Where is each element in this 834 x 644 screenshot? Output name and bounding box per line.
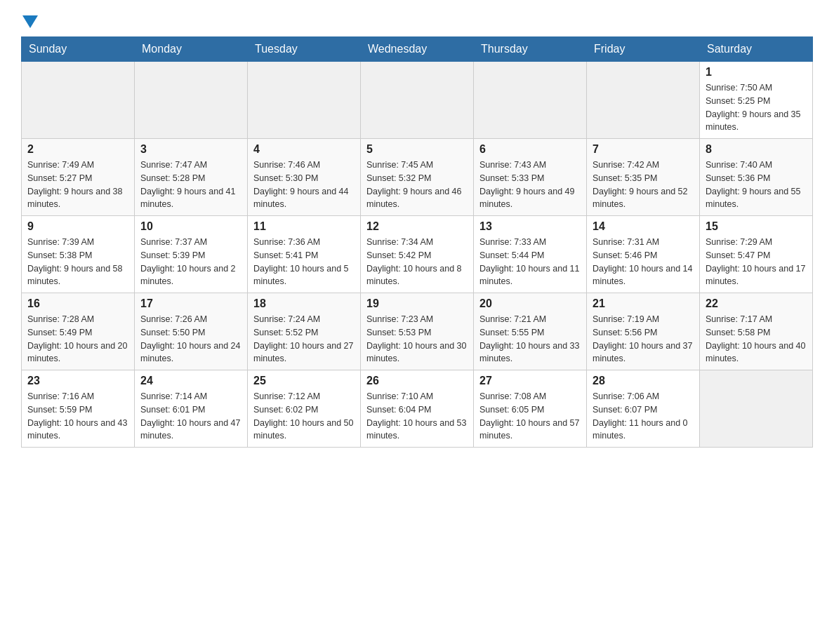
calendar-cell: 20Sunrise: 7:21 AMSunset: 5:55 PMDayligh… [474,293,587,370]
day-info: Sunrise: 7:10 AMSunset: 6:04 PMDaylight:… [366,390,468,443]
day-info: Sunrise: 7:16 AMSunset: 5:59 PMDaylight:… [27,390,128,443]
day-info: Sunrise: 7:23 AMSunset: 5:53 PMDaylight:… [366,313,468,365]
day-number: 25 [253,375,355,387]
day-info: Sunrise: 7:33 AMSunset: 5:44 PMDaylight:… [479,236,581,288]
calendar-cell: 2Sunrise: 7:49 AMSunset: 5:27 PMDaylight… [22,139,135,216]
day-number: 26 [366,375,468,387]
day-info: Sunrise: 7:19 AMSunset: 5:56 PMDaylight:… [593,313,694,365]
calendar-header-friday: Friday [587,37,700,62]
page-header [21,14,813,25]
day-info: Sunrise: 7:46 AMSunset: 5:30 PMDaylight:… [253,159,355,211]
calendar-cell: 28Sunrise: 7:06 AMSunset: 6:07 PMDayligh… [587,370,700,448]
logo [21,14,38,25]
calendar-header-tuesday: Tuesday [248,37,361,62]
day-info: Sunrise: 7:40 AMSunset: 5:36 PMDaylight:… [706,159,807,211]
calendar-cell: 26Sunrise: 7:10 AMSunset: 6:04 PMDayligh… [361,370,474,448]
day-number: 16 [27,297,128,310]
calendar-cell [135,62,248,139]
calendar-cell: 22Sunrise: 7:17 AMSunset: 5:58 PMDayligh… [700,293,813,370]
calendar-cell: 14Sunrise: 7:31 AMSunset: 5:46 PMDayligh… [587,216,700,293]
day-number: 9 [27,220,128,233]
calendar-header-wednesday: Wednesday [361,37,474,62]
calendar-cell: 27Sunrise: 7:08 AMSunset: 6:05 PMDayligh… [474,370,587,448]
calendar-cell: 25Sunrise: 7:12 AMSunset: 6:02 PMDayligh… [248,370,361,448]
calendar-cell: 15Sunrise: 7:29 AMSunset: 5:47 PMDayligh… [700,216,813,293]
calendar-week-row: 9Sunrise: 7:39 AMSunset: 5:38 PMDaylight… [22,216,813,293]
calendar-header-thursday: Thursday [474,37,587,62]
calendar-cell: 16Sunrise: 7:28 AMSunset: 5:49 PMDayligh… [22,293,135,370]
day-number: 24 [140,375,241,387]
calendar-cell: 8Sunrise: 7:40 AMSunset: 5:36 PMDaylight… [700,139,813,216]
calendar-cell: 17Sunrise: 7:26 AMSunset: 5:50 PMDayligh… [135,293,248,370]
day-info: Sunrise: 7:34 AMSunset: 5:42 PMDaylight:… [366,236,468,288]
day-number: 3 [140,143,241,156]
calendar-cell [22,62,135,139]
day-info: Sunrise: 7:47 AMSunset: 5:28 PMDaylight:… [140,159,241,211]
day-info: Sunrise: 7:29 AMSunset: 5:47 PMDaylight:… [706,236,807,288]
day-number: 2 [27,143,128,156]
calendar-cell [248,62,361,139]
day-info: Sunrise: 7:17 AMSunset: 5:58 PMDaylight:… [706,313,807,365]
day-number: 8 [706,143,807,156]
calendar-cell: 3Sunrise: 7:47 AMSunset: 5:28 PMDaylight… [135,139,248,216]
calendar-cell: 21Sunrise: 7:19 AMSunset: 5:56 PMDayligh… [587,293,700,370]
day-number: 19 [366,297,468,310]
calendar-cell: 18Sunrise: 7:24 AMSunset: 5:52 PMDayligh… [248,293,361,370]
calendar-header-monday: Monday [135,37,248,62]
calendar-cell [700,370,813,448]
day-info: Sunrise: 7:42 AMSunset: 5:35 PMDaylight:… [593,159,694,211]
calendar-header-row: SundayMondayTuesdayWednesdayThursdayFrid… [22,37,813,62]
day-info: Sunrise: 7:43 AMSunset: 5:33 PMDaylight:… [479,159,581,211]
day-info: Sunrise: 7:26 AMSunset: 5:50 PMDaylight:… [140,313,241,365]
day-number: 21 [593,297,694,310]
calendar-week-row: 1Sunrise: 7:50 AMSunset: 5:25 PMDaylight… [22,62,813,139]
day-number: 5 [366,143,468,156]
day-number: 10 [140,220,241,233]
day-info: Sunrise: 7:14 AMSunset: 6:01 PMDaylight:… [140,390,241,443]
day-info: Sunrise: 7:21 AMSunset: 5:55 PMDaylight:… [479,313,581,365]
day-number: 13 [479,220,581,233]
calendar-cell: 6Sunrise: 7:43 AMSunset: 5:33 PMDaylight… [474,139,587,216]
day-info: Sunrise: 7:37 AMSunset: 5:39 PMDaylight:… [140,236,241,288]
calendar-cell: 4Sunrise: 7:46 AMSunset: 5:30 PMDaylight… [248,139,361,216]
day-info: Sunrise: 7:31 AMSunset: 5:46 PMDaylight:… [593,236,694,288]
calendar-header-sunday: Sunday [22,37,135,62]
calendar-week-row: 16Sunrise: 7:28 AMSunset: 5:49 PMDayligh… [22,293,813,370]
day-number: 4 [253,143,355,156]
calendar-cell: 24Sunrise: 7:14 AMSunset: 6:01 PMDayligh… [135,370,248,448]
svg-marker-0 [22,15,38,28]
day-info: Sunrise: 7:06 AMSunset: 6:07 PMDaylight:… [593,390,694,443]
day-info: Sunrise: 7:39 AMSunset: 5:38 PMDaylight:… [27,236,128,288]
day-info: Sunrise: 7:36 AMSunset: 5:41 PMDaylight:… [253,236,355,288]
day-number: 17 [140,297,241,310]
day-number: 20 [479,297,581,310]
day-info: Sunrise: 7:24 AMSunset: 5:52 PMDaylight:… [253,313,355,365]
calendar-cell: 1Sunrise: 7:50 AMSunset: 5:25 PMDaylight… [700,62,813,139]
day-number: 23 [27,375,128,387]
calendar-cell: 5Sunrise: 7:45 AMSunset: 5:32 PMDaylight… [361,139,474,216]
day-info: Sunrise: 7:49 AMSunset: 5:27 PMDaylight:… [27,159,128,211]
day-info: Sunrise: 7:12 AMSunset: 6:02 PMDaylight:… [253,390,355,443]
day-number: 7 [593,143,694,156]
day-number: 27 [479,375,581,387]
logo-triangle-icon [22,15,38,28]
day-number: 1 [706,66,807,79]
day-number: 12 [366,220,468,233]
calendar-week-row: 2Sunrise: 7:49 AMSunset: 5:27 PMDaylight… [22,139,813,216]
day-number: 15 [706,220,807,233]
calendar-cell: 9Sunrise: 7:39 AMSunset: 5:38 PMDaylight… [22,216,135,293]
calendar-week-row: 23Sunrise: 7:16 AMSunset: 5:59 PMDayligh… [22,370,813,448]
calendar-cell [587,62,700,139]
calendar-table: SundayMondayTuesdayWednesdayThursdayFrid… [21,36,813,448]
calendar-cell [361,62,474,139]
day-number: 6 [479,143,581,156]
day-number: 18 [253,297,355,310]
calendar-cell: 7Sunrise: 7:42 AMSunset: 5:35 PMDaylight… [587,139,700,216]
calendar-cell: 10Sunrise: 7:37 AMSunset: 5:39 PMDayligh… [135,216,248,293]
day-info: Sunrise: 7:50 AMSunset: 5:25 PMDaylight:… [706,81,807,134]
calendar-cell: 12Sunrise: 7:34 AMSunset: 5:42 PMDayligh… [361,216,474,293]
day-number: 28 [593,375,694,387]
day-number: 22 [706,297,807,310]
calendar-cell: 19Sunrise: 7:23 AMSunset: 5:53 PMDayligh… [361,293,474,370]
day-number: 14 [593,220,694,233]
